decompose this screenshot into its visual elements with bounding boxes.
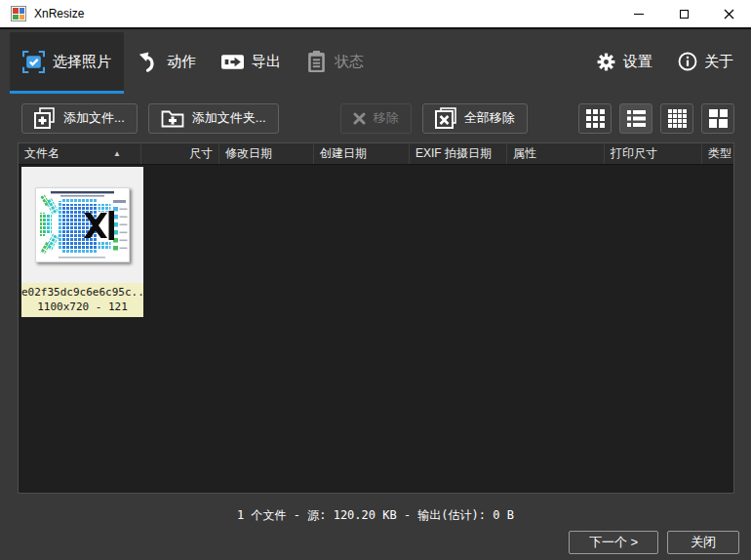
seating-chart-graphic — [35, 187, 130, 262]
window-title: XnResize — [34, 7, 84, 20]
settings-label: 设置 — [623, 53, 652, 71]
add-folder-label: 添加文件夹... — [192, 109, 266, 127]
window-controls — [616, 0, 751, 27]
list-view-icon — [627, 109, 646, 128]
column-header-filename[interactable]: 文件名 ▲ — [19, 143, 141, 164]
file-dimensions: 1100x720 - 121 — [21, 300, 143, 314]
minimize-icon — [634, 14, 644, 15]
action-arrow-icon — [137, 51, 159, 73]
remove-label: 移除 — [374, 109, 399, 127]
tab-export[interactable]: 导出 — [209, 32, 294, 94]
minimize-button[interactable] — [616, 0, 661, 27]
view-details-button[interactable] — [619, 103, 652, 134]
file-name: e02f35dc9c6e6c95c.. — [21, 285, 143, 300]
tab-action[interactable]: 动作 — [124, 32, 209, 94]
tab-label: 动作 — [167, 53, 196, 71]
footer-buttons: 下一个 > 关闭 — [569, 531, 739, 554]
thumbnail-card — [21, 167, 143, 283]
add-folder-button[interactable]: 添加文件夹... — [148, 103, 279, 134]
select-photos-icon — [22, 51, 45, 73]
column-header-exif-date[interactable]: EXIF 拍摄日期 — [410, 143, 507, 164]
maximize-icon — [680, 10, 689, 19]
about-label: 关于 — [704, 53, 733, 71]
file-list-panel: 文件名 ▲ 尺寸 修改日期 创建日期 EXIF 拍摄日期 属性 打印尺寸 类型 — [18, 142, 734, 494]
remove-button[interactable]: 移除 — [340, 103, 412, 134]
thumbnail-image — [35, 187, 130, 262]
about-button[interactable]: 关于 — [678, 52, 733, 71]
maximize-button[interactable] — [661, 0, 706, 27]
tab-select-photos[interactable]: 选择照片 — [10, 32, 124, 94]
toolbar: 添加文件... 添加文件夹... 移除 全部移除 — [0, 94, 751, 142]
view-small-thumbnails-button[interactable] — [660, 103, 693, 134]
close-button[interactable] — [706, 0, 751, 27]
grid-view-icon — [586, 109, 605, 128]
close-dialog-button[interactable]: 关闭 — [667, 531, 739, 554]
close-icon — [724, 9, 734, 20]
thumbnail-caption: e02f35dc9c6e6c95c.. 1100x720 - 121 — [21, 283, 143, 317]
column-header-created-date[interactable]: 创建日期 — [314, 143, 410, 164]
column-header-print-size[interactable]: 打印尺寸 — [605, 143, 702, 164]
file-item[interactable]: e02f35dc9c6e6c95c.. 1100x720 - 121 — [21, 167, 143, 317]
column-header-modified-date[interactable]: 修改日期 — [219, 143, 314, 164]
view-thumbnails-button[interactable] — [578, 103, 612, 134]
tab-label: 导出 — [252, 53, 281, 71]
tiles-view-icon — [709, 109, 728, 128]
settings-button[interactable]: 设置 — [596, 52, 652, 72]
info-icon — [678, 52, 697, 71]
status-bar-summary: 1 个文件 - 源: 120.20 KB - 输出(估计): 0 B — [0, 507, 751, 524]
remove-all-icon — [435, 107, 456, 129]
add-files-button[interactable]: 添加文件... — [21, 103, 138, 134]
status-clipboard-icon — [306, 51, 327, 73]
column-header-attributes[interactable]: 属性 — [507, 143, 605, 164]
column-header-type[interactable]: 类型 — [702, 143, 733, 164]
file-list: e02f35dc9c6e6c95c.. 1100x720 - 121 — [19, 165, 733, 493]
app-icon — [11, 6, 26, 21]
add-files-label: 添加文件... — [63, 109, 125, 127]
tab-status[interactable]: 状态 — [294, 32, 376, 94]
column-header-size[interactable]: 尺寸 — [141, 143, 219, 164]
dense-grid-view-icon — [668, 109, 687, 128]
tab-bar-right: 设置 关于 — [596, 29, 733, 94]
remove-x-icon — [353, 112, 366, 125]
add-folder-icon — [161, 107, 184, 129]
add-files-icon — [34, 107, 56, 129]
view-large-tiles-button[interactable] — [701, 103, 734, 134]
title-bar: XnResize — [0, 0, 751, 29]
sort-ascending-icon[interactable]: ▲ — [113, 149, 121, 158]
table-header: 文件名 ▲ 尺寸 修改日期 创建日期 EXIF 拍摄日期 属性 打印尺寸 类型 — [19, 143, 733, 165]
tab-label: 选择照片 — [53, 53, 111, 71]
remove-all-button[interactable]: 全部移除 — [422, 103, 528, 134]
tab-bar: 选择照片 动作 导出 状态 — [0, 29, 751, 94]
gear-icon — [596, 52, 616, 72]
tab-label: 状态 — [335, 53, 364, 71]
view-mode-group — [578, 103, 734, 134]
remove-all-label: 全部移除 — [464, 109, 515, 127]
next-button[interactable]: 下一个 > — [569, 531, 658, 554]
export-icon — [221, 51, 244, 73]
